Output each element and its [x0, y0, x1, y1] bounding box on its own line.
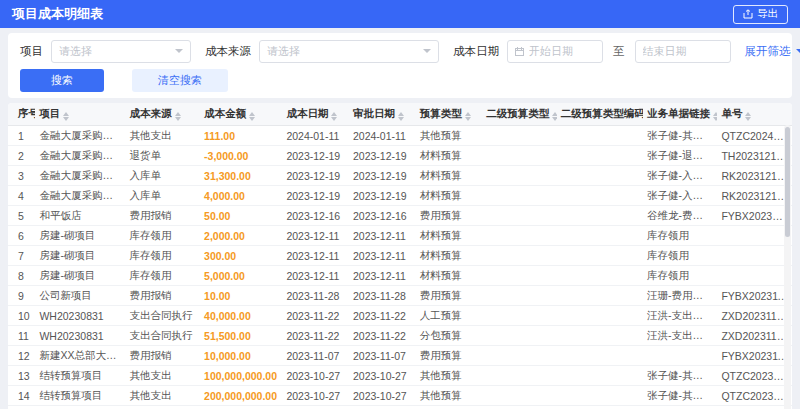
- column-header[interactable]: 序号: [8, 103, 35, 126]
- export-button[interactable]: 导出: [733, 5, 788, 24]
- sort-icon[interactable]: [175, 112, 181, 121]
- cell-amount: 100,000,000.00: [200, 366, 282, 386]
- sort-icon[interactable]: [331, 112, 337, 121]
- column-header[interactable]: 预算类型: [416, 103, 483, 126]
- table-body: 1金融大厦采购项目其他支出111.002024-01-112024-01-11其…: [8, 126, 792, 409]
- source-select-placeholder: 请选择: [267, 44, 300, 59]
- topbar: 项目成本明细表 导出: [0, 0, 800, 28]
- cell-doc-link[interactable]: 张子健-入库单: [643, 166, 717, 186]
- cell-approve-date: 2023-12-16: [349, 206, 416, 226]
- sort-icon[interactable]: [552, 112, 556, 121]
- cell-doc-no: FYBX20231107001: [717, 346, 792, 366]
- column-header-label: 业务单据链接: [647, 107, 710, 119]
- cell-source: 支出合同执行: [126, 326, 200, 346]
- expand-filter-link[interactable]: 展开筛选: [745, 44, 800, 59]
- table-row[interactable]: 11WH20230831支出合同执行51,500.002023-11-22202…: [8, 326, 792, 346]
- end-date-input[interactable]: 结束日期: [635, 40, 731, 63]
- table-row[interactable]: 7房建-砌项目库存领用300.002023-12-112023-12-11材料预…: [8, 246, 792, 266]
- date-range-separator: 至: [613, 44, 625, 59]
- cell-doc-link[interactable]: 汪洪-支出合同执行: [643, 326, 717, 346]
- cell-approve-date: 2023-10-27: [349, 386, 416, 406]
- column-header[interactable]: 成本来源: [126, 103, 200, 126]
- cell-budget-type: 其他预算: [416, 366, 483, 386]
- cell-doc-link[interactable]: 库存领用: [643, 226, 717, 246]
- cell-sub-budget-code: [557, 346, 643, 366]
- cell-doc-link[interactable]: 汪洪-支出合同执行: [643, 306, 717, 326]
- start-date-input[interactable]: 开始日期: [507, 40, 603, 63]
- column-header-label: 单号: [721, 107, 742, 119]
- cell-budget-type: 其他预算: [416, 406, 483, 409]
- cell-cost-date: 2024-01-11: [282, 126, 349, 146]
- table-row[interactable]: 2金融大厦采购项目退货单-3,000.002023-12-192023-12-1…: [8, 146, 792, 166]
- cell-doc-link[interactable]: 张子健-其他支出: [643, 406, 717, 409]
- cell-no: 10: [8, 306, 35, 326]
- cell-sub-budget-type: [482, 306, 556, 326]
- cell-project: 房建-砌项目: [35, 226, 125, 246]
- source-select[interactable]: 请选择: [259, 40, 439, 63]
- table-row[interactable]: 4金融大厦采购项目入库单4,000.002023-12-192023-12-19…: [8, 186, 792, 206]
- cell-project: 结转预算项目: [35, 406, 125, 409]
- column-header[interactable]: 成本金额: [200, 103, 282, 126]
- cell-doc-link[interactable]: 汪珊-费用报销: [643, 286, 717, 306]
- column-header[interactable]: 二级预算类型编码: [557, 103, 643, 126]
- cell-approve-date: 2023-11-22: [349, 306, 416, 326]
- cell-sub-budget-type: [482, 406, 556, 409]
- sort-icon[interactable]: [63, 112, 69, 121]
- table-row[interactable]: 5和平饭店费用报销50.002023-12-162023-12-16费用预算谷维…: [8, 206, 792, 226]
- cell-sub-budget-type: [482, 346, 556, 366]
- cell-source: 费用报销: [126, 206, 200, 226]
- column-header[interactable]: 业务单据链接: [643, 103, 717, 126]
- cell-project: 金融大厦采购项目: [35, 146, 125, 166]
- table-row[interactable]: 12新建XX总部大厦工程二期费用报销10,000.002023-11-07202…: [8, 346, 792, 366]
- vertical-scrollbar[interactable]: [784, 125, 791, 409]
- date-filter-label: 成本日期: [453, 44, 499, 59]
- project-filter-field: 项目 请选择: [20, 40, 191, 63]
- cell-cost-date: 2023-12-11: [282, 246, 349, 266]
- cell-doc-link[interactable]: 张子健-其他支出: [643, 126, 717, 146]
- cell-doc-link[interactable]: 谷维龙-费用报销: [643, 206, 717, 226]
- table-row[interactable]: 8房建-砌项目库存领用5,000.002023-12-112023-12-11材…: [8, 266, 792, 286]
- end-date-placeholder: 结束日期: [643, 44, 687, 59]
- table-row[interactable]: 9公司新项目费用报销10.002023-11-282023-11-28费用预算汪…: [8, 286, 792, 306]
- cell-cost-date: 2023-12-19: [282, 186, 349, 206]
- sort-icon[interactable]: [465, 112, 471, 121]
- cell-cost-date: 2023-10-27: [282, 366, 349, 386]
- table-row[interactable]: 10WH20230831支出合同执行40,000.002023-11-22202…: [8, 306, 792, 326]
- cell-source: 入库单: [126, 166, 200, 186]
- cell-doc-link[interactable]: 库存领用: [643, 266, 717, 286]
- cell-cost-date: 2023-11-07: [282, 346, 349, 366]
- table-row[interactable]: 6房建-砌项目库存领用2,000.002023-12-112023-12-11材…: [8, 226, 792, 246]
- table-row[interactable]: 1金融大厦采购项目其他支出111.002024-01-112024-01-11其…: [8, 126, 792, 146]
- project-select[interactable]: 请选择: [51, 40, 191, 63]
- column-header[interactable]: 单号: [717, 103, 792, 126]
- cell-doc-link[interactable]: 张子健-其他支出: [643, 386, 717, 406]
- cell-doc-link[interactable]: 张子健-入库单: [643, 186, 717, 206]
- cell-project: WH20230831: [35, 326, 125, 346]
- search-button[interactable]: 搜索: [20, 69, 104, 92]
- sort-icon[interactable]: [398, 112, 404, 121]
- cell-cost-date: 2023-12-19: [282, 166, 349, 186]
- column-header-label: 二级预算类型编码: [561, 107, 643, 119]
- column-header[interactable]: 审批日期: [349, 103, 416, 126]
- clear-search-button[interactable]: 清空搜索: [132, 69, 228, 92]
- column-header[interactable]: 成本日期: [282, 103, 349, 126]
- table-row[interactable]: 13结转预算项目其他支出100,000,000.002023-10-272023…: [8, 366, 792, 386]
- sort-icon[interactable]: [713, 112, 717, 121]
- table-row[interactable]: 14结转预算项目其他支出200,000,000.002023-10-272023…: [8, 386, 792, 406]
- sort-icon[interactable]: [745, 112, 751, 121]
- scrollbar-thumb[interactable]: [785, 127, 790, 237]
- date-filter-field: 成本日期 开始日期 至 结束日期: [453, 40, 731, 63]
- cell-doc-no: QTZC20240111001: [717, 126, 792, 146]
- cell-sub-budget-code: [557, 266, 643, 286]
- column-header[interactable]: 项目: [35, 103, 125, 126]
- cell-no: 13: [8, 366, 35, 386]
- sort-icon[interactable]: [249, 112, 255, 121]
- cell-doc-link[interactable]: 张子健-退货单: [643, 146, 717, 166]
- table-row[interactable]: 3金融大厦采购项目入库单31,300.002023-12-192023-12-1…: [8, 166, 792, 186]
- table-row[interactable]: 15结转预算项目其他支出300,000,000.002023-10-272023…: [8, 406, 792, 409]
- column-header[interactable]: 二级预算类型: [482, 103, 556, 126]
- cell-amount: 4,000.00: [200, 186, 282, 206]
- cell-amount: 10,000.00: [200, 346, 282, 366]
- cell-doc-link[interactable]: 张子健-其他支出: [643, 366, 717, 386]
- cell-doc-link[interactable]: 库存领用: [643, 246, 717, 266]
